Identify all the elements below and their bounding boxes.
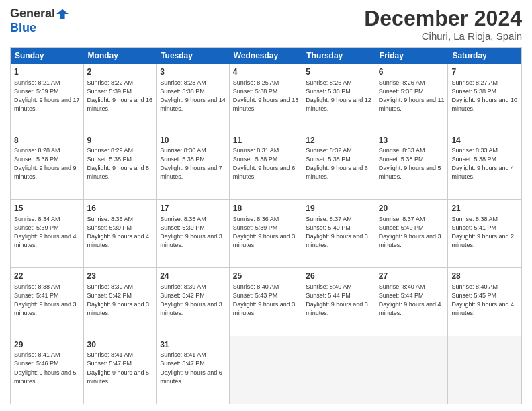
title-section: December 2024 Cihuri, La Rioja, Spain — [364, 7, 522, 42]
day-number: 25 — [233, 271, 299, 282]
calendar-cell — [302, 336, 375, 404]
calendar-cell: 9Sunrise: 8:29 AMSunset: 5:38 PMDaylight… — [84, 132, 157, 199]
day-info: Sunrise: 8:33 AMSunset: 5:38 PMDaylight:… — [451, 146, 518, 181]
calendar-row-2: 8Sunrise: 8:28 AMSunset: 5:38 PMDaylight… — [11, 132, 521, 200]
day-info: Sunrise: 8:37 AMSunset: 5:40 PMDaylight:… — [306, 215, 371, 250]
calendar-cell: 3Sunrise: 8:23 AMSunset: 5:38 PMDaylight… — [157, 64, 230, 131]
day-number: 24 — [160, 271, 226, 282]
calendar-cell: 2Sunrise: 8:22 AMSunset: 5:39 PMDaylight… — [84, 64, 157, 131]
calendar-cell: 19Sunrise: 8:37 AMSunset: 5:40 PMDayligh… — [302, 200, 375, 267]
calendar-cell: 17Sunrise: 8:35 AMSunset: 5:39 PMDayligh… — [157, 200, 230, 267]
calendar-cell: 13Sunrise: 8:33 AMSunset: 5:38 PMDayligh… — [375, 132, 449, 199]
day-number: 10 — [160, 135, 226, 146]
svg-marker-0 — [56, 9, 69, 18]
calendar-cell: 12Sunrise: 8:32 AMSunset: 5:38 PMDayligh… — [302, 132, 375, 199]
calendar-cell: 25Sunrise: 8:40 AMSunset: 5:43 PMDayligh… — [230, 268, 303, 335]
location-title: Cihuri, La Rioja, Spain — [364, 30, 522, 42]
day-number: 2 — [87, 66, 153, 78]
day-number: 26 — [306, 271, 371, 282]
calendar-cell: 16Sunrise: 8:35 AMSunset: 5:39 PMDayligh… — [84, 200, 157, 267]
calendar-cell: 14Sunrise: 8:33 AMSunset: 5:38 PMDayligh… — [448, 132, 521, 199]
calendar-cell: 29Sunrise: 8:41 AMSunset: 5:46 PMDayligh… — [11, 336, 84, 404]
day-info: Sunrise: 8:36 AMSunset: 5:39 PMDaylight:… — [233, 215, 299, 250]
day-number: 11 — [233, 135, 299, 146]
day-info: Sunrise: 8:38 AMSunset: 5:41 PMDaylight:… — [451, 215, 518, 250]
day-info: Sunrise: 8:35 AMSunset: 5:39 PMDaylight:… — [160, 215, 226, 250]
day-number: 23 — [87, 271, 153, 282]
day-number: 22 — [14, 271, 80, 282]
calendar-header: SundayMondayTuesdayWednesdayThursdayFrid… — [11, 48, 521, 64]
calendar-cell: 5Sunrise: 8:26 AMSunset: 5:38 PMDaylight… — [302, 64, 375, 131]
calendar-cell: 1Sunrise: 8:21 AMSunset: 5:39 PMDaylight… — [11, 64, 84, 131]
weekday-header-sunday: Sunday — [11, 48, 84, 64]
day-info: Sunrise: 8:39 AMSunset: 5:42 PMDaylight:… — [160, 283, 226, 318]
day-number: 13 — [379, 135, 445, 146]
day-info: Sunrise: 8:22 AMSunset: 5:39 PMDaylight:… — [87, 79, 153, 113]
calendar-cell: 4Sunrise: 8:25 AMSunset: 5:38 PMDaylight… — [230, 64, 303, 131]
day-number: 9 — [87, 135, 153, 146]
calendar-cell: 22Sunrise: 8:38 AMSunset: 5:41 PMDayligh… — [11, 268, 84, 335]
day-number: 7 — [451, 66, 518, 78]
page: General Blue December 2024 Cihuri, La Ri… — [0, 0, 532, 411]
day-info: Sunrise: 8:41 AMSunset: 5:47 PMDaylight:… — [87, 351, 153, 385]
calendar-cell — [230, 336, 303, 404]
day-info: Sunrise: 8:25 AMSunset: 5:38 PMDaylight:… — [233, 79, 299, 113]
day-info: Sunrise: 8:41 AMSunset: 5:46 PMDaylight:… — [14, 351, 80, 385]
day-number: 8 — [14, 135, 80, 146]
calendar-cell: 10Sunrise: 8:30 AMSunset: 5:38 PMDayligh… — [157, 132, 230, 199]
day-number: 18 — [233, 203, 299, 214]
day-number: 17 — [160, 203, 226, 214]
day-info: Sunrise: 8:32 AMSunset: 5:38 PMDaylight:… — [306, 146, 371, 181]
day-number: 27 — [379, 271, 445, 282]
calendar-cell: 8Sunrise: 8:28 AMSunset: 5:38 PMDaylight… — [11, 132, 84, 199]
day-info: Sunrise: 8:31 AMSunset: 5:38 PMDaylight:… — [233, 146, 299, 181]
calendar-row-1: 1Sunrise: 8:21 AMSunset: 5:39 PMDaylight… — [11, 64, 521, 132]
weekday-header-thursday: Thursday — [302, 48, 375, 64]
weekday-header-friday: Friday — [375, 48, 449, 64]
day-info: Sunrise: 8:38 AMSunset: 5:41 PMDaylight:… — [14, 283, 80, 318]
day-number: 14 — [451, 135, 518, 146]
calendar-cell: 18Sunrise: 8:36 AMSunset: 5:39 PMDayligh… — [230, 200, 303, 267]
calendar-cell: 28Sunrise: 8:40 AMSunset: 5:45 PMDayligh… — [448, 268, 521, 335]
day-number: 20 — [379, 203, 445, 214]
day-info: Sunrise: 8:41 AMSunset: 5:47 PMDaylight:… — [160, 351, 226, 385]
calendar-row-3: 15Sunrise: 8:34 AMSunset: 5:39 PMDayligh… — [11, 200, 521, 268]
calendar-cell: 11Sunrise: 8:31 AMSunset: 5:38 PMDayligh… — [230, 132, 303, 199]
calendar-cell: 23Sunrise: 8:39 AMSunset: 5:42 PMDayligh… — [84, 268, 157, 335]
day-info: Sunrise: 8:37 AMSunset: 5:40 PMDaylight:… — [379, 215, 445, 250]
day-number: 16 — [87, 203, 153, 214]
calendar-cell: 15Sunrise: 8:34 AMSunset: 5:39 PMDayligh… — [11, 200, 84, 267]
day-info: Sunrise: 8:26 AMSunset: 5:38 PMDaylight:… — [306, 79, 371, 113]
day-number: 19 — [306, 203, 371, 214]
logo-bird-icon — [56, 8, 69, 20]
day-number: 15 — [14, 203, 80, 214]
calendar-row-5: 29Sunrise: 8:41 AMSunset: 5:46 PMDayligh… — [11, 336, 521, 404]
day-info: Sunrise: 8:29 AMSunset: 5:38 PMDaylight:… — [87, 146, 153, 181]
calendar-cell: 24Sunrise: 8:39 AMSunset: 5:42 PMDayligh… — [157, 268, 230, 335]
calendar-cell — [375, 336, 449, 404]
day-info: Sunrise: 8:27 AMSunset: 5:38 PMDaylight:… — [451, 79, 518, 113]
logo-general-text: General — [10, 7, 55, 21]
day-info: Sunrise: 8:23 AMSunset: 5:38 PMDaylight:… — [160, 79, 226, 113]
calendar-cell: 21Sunrise: 8:38 AMSunset: 5:41 PMDayligh… — [448, 200, 521, 267]
calendar-cell: 27Sunrise: 8:40 AMSunset: 5:44 PMDayligh… — [375, 268, 449, 335]
day-number: 3 — [160, 66, 226, 78]
calendar-cell — [448, 336, 521, 404]
logo: General Blue — [10, 7, 69, 35]
day-number: 4 — [233, 66, 299, 78]
calendar: SundayMondayTuesdayWednesdayThursdayFrid… — [10, 47, 522, 404]
month-title: December 2024 — [364, 7, 522, 30]
day-info: Sunrise: 8:40 AMSunset: 5:44 PMDaylight:… — [306, 283, 371, 318]
day-info: Sunrise: 8:40 AMSunset: 5:44 PMDaylight:… — [379, 283, 445, 318]
calendar-row-4: 22Sunrise: 8:38 AMSunset: 5:41 PMDayligh… — [11, 268, 521, 336]
day-info: Sunrise: 8:28 AMSunset: 5:38 PMDaylight:… — [14, 146, 80, 181]
day-number: 6 — [379, 66, 445, 78]
weekday-header-tuesday: Tuesday — [157, 48, 230, 64]
day-number: 21 — [451, 203, 518, 214]
day-info: Sunrise: 8:21 AMSunset: 5:39 PMDaylight:… — [14, 79, 80, 113]
day-info: Sunrise: 8:30 AMSunset: 5:38 PMDaylight:… — [160, 146, 226, 181]
day-number: 28 — [451, 271, 518, 282]
day-number: 31 — [160, 339, 226, 351]
weekday-header-monday: Monday — [84, 48, 157, 64]
weekday-header-saturday: Saturday — [448, 48, 521, 64]
